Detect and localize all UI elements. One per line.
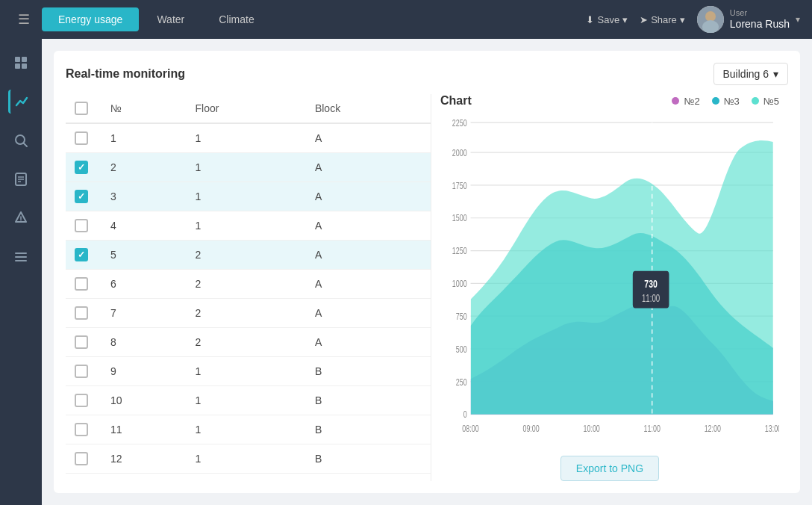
table-row: 121B (66, 444, 431, 474)
table-header-row: № Floor Block (66, 94, 431, 123)
checkbox-cell[interactable] (66, 241, 102, 270)
body: Real-time monitoring Building 6 ▾ (0, 39, 812, 505)
table-row: 72A (66, 299, 431, 328)
cell-floor: 2 (187, 241, 306, 270)
select-all-checkbox[interactable] (75, 102, 88, 115)
content-body: № Floor Block 11A21A31A41A52A62A72A82A91… (66, 94, 788, 481)
cell-num: 6 (102, 270, 187, 299)
card-header: Real-time monitoring Building 6 ▾ (66, 63, 788, 85)
chart-title: Chart (440, 94, 472, 108)
cell-floor: 1 (187, 211, 306, 241)
checkbox-cell[interactable] (66, 123, 102, 153)
row-checkbox-1[interactable] (75, 131, 88, 145)
user-info: User Lorena Rush (730, 8, 790, 31)
legend-dot-5 (752, 97, 759, 105)
checkbox-cell[interactable] (66, 299, 102, 328)
row-checkbox-4[interactable] (75, 219, 88, 232)
monitoring-table: № Floor Block 11A21A31A41A52A62A72A82A91… (66, 94, 431, 481)
row-checkbox-9[interactable] (75, 365, 88, 378)
cell-num: 12 (102, 444, 187, 474)
svg-text:11:00: 11:00 (642, 292, 660, 304)
cell-num: 1 (102, 123, 187, 153)
nav-tabs: Energy usage Water Climate (42, 7, 271, 31)
hamburger-button[interactable]: ☰ (12, 8, 36, 31)
svg-text:250: 250 (456, 377, 467, 387)
select-all-header[interactable] (66, 94, 102, 123)
cell-block: A (306, 182, 431, 211)
svg-text:1500: 1500 (452, 213, 467, 223)
table-body: 11A21A31A41A52A62A72A82A91B101B111B121B1… (66, 123, 431, 481)
row-checkbox-8[interactable] (75, 335, 88, 349)
svg-text:1250: 1250 (452, 246, 467, 256)
cell-num: 13 (102, 474, 187, 482)
tab-climate[interactable]: Climate (202, 7, 270, 31)
cell-floor: 1 (187, 386, 306, 415)
row-checkbox-5[interactable] (75, 248, 88, 261)
save-button[interactable]: ⬇ Save ▾ (586, 14, 628, 25)
cell-block: A (306, 270, 431, 299)
export-png-button[interactable]: Export to PNG (560, 456, 659, 481)
cell-floor: 2 (187, 270, 306, 299)
share-button[interactable]: ➤ Share ▾ (640, 14, 685, 25)
col-floor: Floor (187, 94, 306, 123)
share-label: Share (651, 14, 677, 25)
checkbox-cell[interactable] (66, 153, 102, 182)
cell-block: B (306, 386, 431, 415)
row-checkbox-11[interactable] (75, 423, 88, 436)
checkbox-cell[interactable] (66, 444, 102, 474)
sidebar-item-list[interactable] (9, 245, 33, 269)
svg-text:2250: 2250 (452, 117, 467, 128)
row-checkbox-3[interactable] (75, 190, 88, 203)
building-selector[interactable]: Building 6 ▾ (713, 63, 789, 85)
tab-energy-usage[interactable]: Energy usage (42, 7, 139, 31)
header-actions: ⬇ Save ▾ ➤ Share ▾ User (586, 6, 800, 33)
row-checkbox-2[interactable] (75, 161, 88, 174)
checkbox-cell[interactable] (66, 386, 102, 415)
cell-num: 3 (102, 182, 187, 211)
legend-dot-3 (712, 97, 719, 105)
row-checkbox-12[interactable] (75, 452, 88, 465)
checkbox-cell[interactable] (66, 357, 102, 386)
svg-text:750: 750 (456, 311, 467, 321)
svg-rect-5 (15, 63, 20, 69)
table-wrapper[interactable]: № Floor Block 11A21A31A41A52A62A72A82A91… (66, 94, 431, 481)
building-dropdown-icon: ▾ (773, 68, 778, 80)
checkbox-cell[interactable] (66, 182, 102, 211)
sidebar-item-dashboard[interactable] (9, 51, 33, 75)
cell-num: 8 (102, 328, 187, 357)
checkbox-cell[interactable] (66, 415, 102, 444)
row-checkbox-6[interactable] (75, 277, 88, 291)
cell-block: B (306, 474, 431, 482)
chart-container: 0 250 500 750 1000 1250 1500 1750 2000 2… (440, 114, 779, 450)
row-checkbox-7[interactable] (75, 306, 88, 320)
table-row: 62A (66, 270, 431, 299)
row-checkbox-10[interactable] (75, 394, 88, 407)
sidebar-item-search[interactable] (9, 128, 33, 152)
sidebar-item-chart[interactable] (8, 90, 34, 114)
sidebar-item-reports[interactable] (9, 167, 33, 191)
svg-text:2000: 2000 (452, 147, 467, 158)
cell-floor: 2 (187, 299, 306, 328)
table-row: 91B (66, 357, 431, 386)
checkbox-cell[interactable] (66, 211, 102, 241)
table-row: 11A (66, 123, 431, 153)
svg-rect-6 (22, 63, 27, 69)
table-row: 41A (66, 211, 431, 241)
svg-text:500: 500 (456, 344, 467, 354)
checkbox-cell[interactable] (66, 270, 102, 299)
cell-floor: 1 (187, 357, 306, 386)
svg-text:10:00: 10:00 (584, 424, 600, 434)
sidebar-item-alerts[interactable] (9, 206, 33, 230)
svg-rect-4 (22, 57, 27, 62)
cell-block: A (306, 153, 431, 182)
cell-num: 2 (102, 153, 187, 182)
user-label: User (730, 8, 790, 18)
checkbox-cell[interactable] (66, 328, 102, 357)
svg-text:12:00: 12:00 (705, 424, 721, 434)
legend-item-2: №2 (672, 96, 699, 107)
tab-water[interactable]: Water (140, 7, 201, 31)
cell-num: 11 (102, 415, 187, 444)
checkbox-cell[interactable] (66, 474, 102, 482)
legend-item-3: №3 (712, 96, 740, 107)
svg-text:09:00: 09:00 (522, 424, 539, 434)
